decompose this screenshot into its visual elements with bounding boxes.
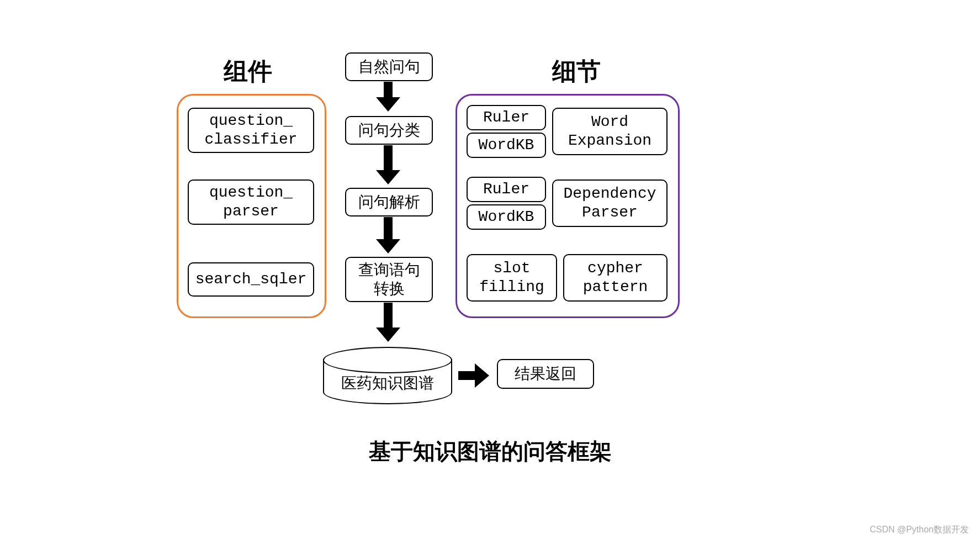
label-line1: Dependency <box>563 184 656 203</box>
label: 问句分类 <box>358 121 420 140</box>
node-result-return: 结果返回 <box>497 359 594 389</box>
arrow-icon <box>378 303 398 342</box>
component-question-parser: question_ parser <box>188 179 314 225</box>
label: Ruler <box>483 108 529 127</box>
label-line1: slot <box>493 259 530 278</box>
label-line1: 查询语句 <box>358 261 420 279</box>
diagram-title: 基于知识图谱的问答框架 <box>0 436 980 467</box>
label: search_sqler <box>195 270 307 289</box>
detail-wordkb-1: WordKB <box>467 133 546 158</box>
label-line2: filling <box>479 278 544 297</box>
label-line2: parser <box>223 202 279 221</box>
label: WordKB <box>479 208 534 226</box>
label: Ruler <box>483 180 529 199</box>
detail-ruler-1: Ruler <box>467 105 546 130</box>
label: WordKB <box>479 136 534 155</box>
right-header: 细节 <box>552 55 601 88</box>
arrow-icon <box>458 363 489 388</box>
diagram-canvas: 组件 细节 question_ classifier question_ par… <box>0 0 980 544</box>
label-line2: 转换 <box>374 279 405 298</box>
label-line2: Expansion <box>568 131 651 150</box>
node-question-parse: 问句解析 <box>345 188 433 216</box>
label-line2: Parser <box>582 203 638 222</box>
detail-dependency-parser: Dependency Parser <box>552 179 668 227</box>
detail-ruler-2: Ruler <box>467 177 546 202</box>
left-header: 组件 <box>224 55 272 88</box>
label-line1: cypher <box>587 259 643 278</box>
label-line1: Word <box>591 113 628 131</box>
label-line2: classifier <box>204 130 297 149</box>
detail-wordkb-2: WordKB <box>467 204 546 230</box>
node-natural-question: 自然问句 <box>345 52 433 81</box>
label-line1: question_ <box>209 112 293 130</box>
detail-slot-filling: slot filling <box>467 254 557 302</box>
label: 自然问句 <box>358 57 420 76</box>
node-knowledge-graph-db: 医药知识图谱 <box>323 359 452 404</box>
detail-cypher-pattern: cypher pattern <box>563 254 668 302</box>
label: 结果返回 <box>515 365 576 383</box>
arrow-icon <box>378 217 398 253</box>
label-line1: question_ <box>209 183 293 202</box>
label: 医药知识图谱 <box>341 373 434 394</box>
label-line2: pattern <box>583 278 648 297</box>
watermark-text: CSDN @Python数据开发 <box>870 524 969 536</box>
arrow-icon <box>378 82 398 112</box>
component-question-classifier: question_ classifier <box>188 108 314 153</box>
node-query-convert: 查询语句 转换 <box>345 257 433 302</box>
arrow-icon <box>378 145 398 184</box>
detail-word-expansion: Word Expansion <box>552 108 668 155</box>
component-search-sqler: search_sqler <box>188 262 314 297</box>
label: 问句解析 <box>358 193 420 212</box>
node-question-classify: 问句分类 <box>345 116 433 145</box>
